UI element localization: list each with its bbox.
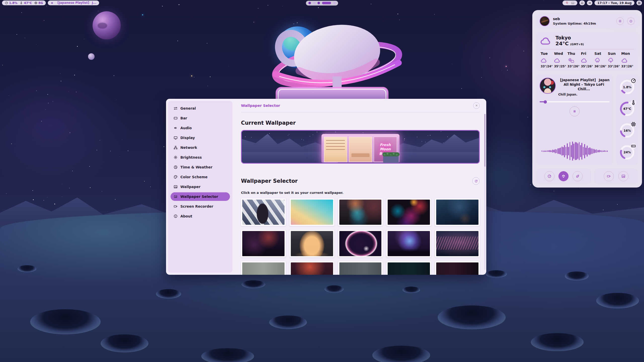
waveform-bar [580,145,581,157]
clock-icon [174,165,178,169]
dashboard-toggle-button[interactable] [636,1,642,5]
sidebar-item-color-scheme[interactable]: Color Scheme [171,173,230,181]
slider-track [540,101,610,102]
workspace-4[interactable] [322,2,331,4]
audio-icon [174,126,178,130]
waveform-bar [583,147,584,155]
settings-button[interactable] [616,17,624,25]
wallpaper-thumb-teal-blur-abstract[interactable] [338,198,383,226]
waveform-bar [588,148,589,155]
wallpaper-thumb-deep-teal[interactable] [386,261,431,275]
forecast-thu: Thu33°/26° [567,52,580,68]
clock-pill[interactable]: 17:17 - Tue, 19 Aug [594,1,634,5]
weather-forecast: Tue33°/24°Wed35°/25°Thu33°/26°Fri35°/26°… [540,52,634,68]
sidebar-item-wallpaper-selector[interactable]: Wallpaper Selector [171,192,230,201]
workspace-1[interactable] [308,2,311,4]
volume-button[interactable] [587,1,592,5]
scrollbar-thumb[interactable] [484,114,486,167]
wallpaper-image [291,262,333,275]
system-stats-pill[interactable]: 1.8%47°C8G [2,1,46,5]
rain-icon [594,57,601,63]
workspace-5[interactable] [333,2,336,4]
wallpaper-thumb-anime-crosswalk[interactable] [241,198,286,226]
waveform-bar [591,148,592,154]
wallpaper-image [339,231,382,256]
slider-thumb[interactable] [544,100,547,104]
waveform-bar [548,150,549,152]
sidebar-item-bar[interactable]: Bar [171,114,230,122]
waveform-bar [575,142,576,160]
screen-recorder-button[interactable] [604,171,614,181]
waveform-bar [551,150,552,152]
workspace-indicator [306,1,338,6]
sidebar-item-label: Bar [180,116,187,120]
cloud-icon [541,57,547,63]
disk-badge [631,143,636,149]
refresh-icon [474,179,478,183]
notifications-button[interactable] [579,1,585,5]
waveform-bar [570,142,571,160]
gauge-icon [5,1,8,5]
wallpaper-thumb-pastel-sky-gradient[interactable] [290,198,334,226]
profile-power-saver-button[interactable] [573,171,583,181]
small-moon [88,53,95,60]
info-icon [174,214,178,218]
media-progress-slider[interactable] [540,100,610,103]
wallpaper-thumb-dark-plum[interactable] [435,261,480,275]
power-button[interactable] [627,17,635,25]
waveform-bar [606,151,607,152]
wallpaper-image [339,262,382,275]
wallpaper-thumb-pink-light-ring[interactable] [338,230,383,257]
pause-button[interactable] [570,106,580,116]
sidebar-item-wallpaper[interactable]: Wallpaper [171,183,230,191]
weather-city: Tokyo [555,35,584,41]
user-name: seb [553,17,613,21]
sidebar-item-display[interactable]: Display [171,133,230,142]
wallpaper-thumb-lofi-coffee-shop[interactable] [290,230,334,257]
top-bar: 1.8%47°C8G 【Japanese Playlist】 J... 17:1… [0,0,644,6]
wallpaper-thumb-sage-field[interactable] [241,261,286,275]
wallpaper-thumb-slate-minimal[interactable] [338,261,383,275]
image-icon [174,185,178,189]
system-uptime: System Uptime: 4h19m [553,21,613,26]
selector-subtitle: Click on a wallpaper to set it as your c… [241,191,480,195]
wallpaper-thumb-crimson-ridge[interactable] [241,230,286,257]
sidebar-item-about[interactable]: About [171,212,230,220]
cafe-door [349,137,372,162]
workspace-2[interactable] [313,2,315,4]
sidebar-item-label: Display [180,136,195,140]
clock-label: 17:17 - Tue, 19 Aug [597,1,632,5]
media-pill[interactable]: 【Japanese Playlist】 J... [48,1,99,5]
gauge-thermometer: 47°C [619,101,635,117]
close-button[interactable] [473,102,480,109]
wallpaper-thumb-nebula-forest[interactable] [386,230,431,257]
sidebar-item-general[interactable]: General [171,104,230,113]
refresh-button[interactable] [472,177,480,185]
sidebar-item-time-weather[interactable]: Time & Weather [171,163,230,171]
sidebar-item-audio[interactable]: Audio [171,124,230,132]
sidebar-item-label: Wallpaper [180,185,200,189]
settings-window: GeneralBarAudioDisplayNetworkBrightnessT… [166,99,486,275]
wallpaper-thumb-wireframe-wave[interactable] [435,230,480,257]
wallpaper-thumb-neon-arcade-alley[interactable] [386,198,431,226]
forecast-temps: 33°/26° [568,65,580,68]
wallpaper-image [242,262,285,275]
topbar-right-modules: 17:17 - Tue, 19 Aug [562,1,642,5]
profile-balanced-button[interactable] [558,171,569,181]
stat-chip: 8G [34,1,43,5]
system-tray[interactable] [562,1,577,5]
workspace-dots[interactable] [306,1,338,6]
divider [540,49,634,49]
sidebar-item-screen-recorder[interactable]: Screen Recorder [171,202,230,211]
sidebar-item-network[interactable]: Network [171,143,230,152]
sidebar-item-brightness[interactable]: Brightness [171,153,230,162]
cloud-icon [554,57,560,63]
profile-performance-button[interactable] [544,171,554,181]
workspace-3[interactable] [317,2,320,4]
gauge-gauge: 1.8% [619,79,635,95]
scrollbar[interactable] [484,114,486,270]
wallpaper-thumb-red-grove[interactable] [290,261,334,275]
sidebar-item-label: Screen Recorder [180,204,213,208]
wallpaper-button[interactable] [618,171,628,181]
wallpaper-thumb-winter-night-forest[interactable] [435,198,480,226]
